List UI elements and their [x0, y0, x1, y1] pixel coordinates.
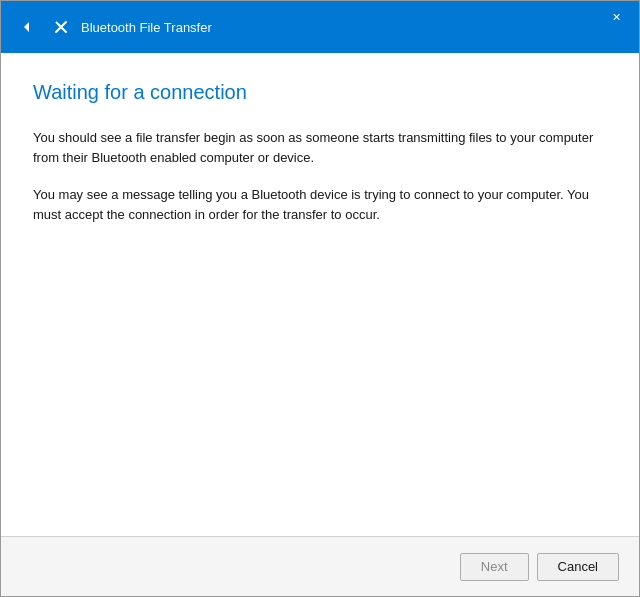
- bluetooth-icon: [51, 17, 71, 37]
- back-arrow-icon: [19, 19, 35, 35]
- dialog-window: Bluetooth File Transfer ✕ Waiting for a …: [0, 0, 640, 597]
- window-title: Bluetooth File Transfer: [81, 20, 212, 35]
- cancel-button[interactable]: Cancel: [537, 553, 619, 581]
- title-bar: Bluetooth File Transfer ✕: [1, 1, 639, 53]
- title-bar-left: Bluetooth File Transfer: [13, 13, 212, 41]
- close-icon: ✕: [612, 11, 621, 24]
- description-paragraph-1: You should see a file transfer begin as …: [33, 128, 607, 167]
- description-paragraph-2: You may see a message telling you a Blue…: [33, 185, 607, 224]
- next-button[interactable]: Next: [460, 553, 529, 581]
- close-button[interactable]: ✕: [593, 1, 639, 33]
- page-heading: Waiting for a connection: [33, 81, 607, 104]
- back-button[interactable]: [13, 13, 41, 41]
- content-area: Waiting for a connection You should see …: [1, 53, 639, 536]
- footer: Next Cancel: [1, 536, 639, 596]
